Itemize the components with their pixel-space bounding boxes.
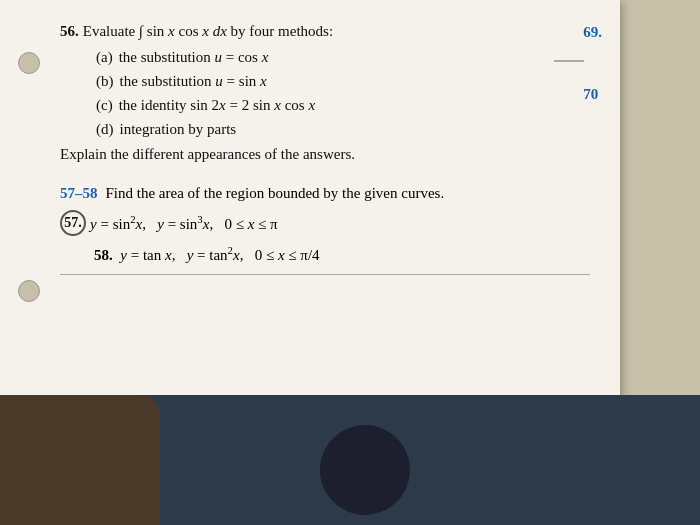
explain-line: Explain the different appearances of the… — [60, 143, 590, 166]
problem-57: 57. y = sin2x, y = sin3x, 0 ≤ x ≤ π — [60, 210, 590, 236]
part-b-label: (b) — [96, 69, 114, 93]
side-number-69: 69. — [583, 20, 602, 44]
side-dash — [554, 60, 584, 62]
problem-56: 56. Evaluate ∫ sin x cos x dx by four me… — [60, 20, 590, 167]
problem-56-prompt: Evaluate ∫ sin x cos x dx by four method… — [83, 20, 333, 43]
problem-57-equation: y = sin2x, y = sin3x, 0 ≤ x ≤ π — [90, 213, 278, 233]
hole-punch-top — [18, 52, 40, 74]
circle-57: 57. — [60, 210, 86, 236]
explain-text: Explain the different appearances of the… — [60, 146, 355, 162]
problem-58-number: 58. — [94, 247, 113, 263]
problem-range: 57–58 — [60, 185, 98, 202]
part-d-text: integration by parts — [120, 117, 237, 141]
part-c-label: (c) — [96, 93, 113, 117]
bottom-left-object — [0, 395, 160, 525]
part-a-label: (a) — [96, 45, 113, 69]
part-c-text: the identity sin 2x = 2 sin x cos x — [119, 93, 315, 117]
part-b-text: the substitution u = sin x — [120, 69, 267, 93]
section-57-58: 57–58 Find the area of the region bounde… — [60, 185, 590, 275]
problem-56-header: 56. Evaluate ∫ sin x cos x dx by four me… — [60, 20, 590, 43]
textbook-page: 69. 70 56. Evaluate ∫ sin x cos x dx by … — [0, 0, 620, 400]
bottom-circle-object — [320, 425, 410, 515]
find-area-prompt: Find the area of the region bounded by t… — [106, 185, 445, 202]
problem-56-number: 56. — [60, 20, 79, 43]
find-area-header: 57–58 Find the area of the region bounde… — [60, 185, 590, 202]
part-a-text: the substitution u = cos x — [119, 45, 269, 69]
part-c: (c) the identity sin 2x = 2 sin x cos x — [96, 93, 590, 117]
problem-56-parts: (a) the substitution u = cos x (b) the s… — [96, 45, 590, 141]
problem-58-equation: y = tan x, y = tan2x, 0 ≤ x ≤ π/4 — [117, 247, 320, 263]
hole-punch-bottom — [18, 280, 40, 302]
part-d-label: (d) — [96, 117, 114, 141]
bottom-background — [0, 395, 700, 525]
part-a: (a) the substitution u = cos x — [96, 45, 590, 69]
problem-58: 58. y = tan x, y = tan2x, 0 ≤ x ≤ π/4 — [94, 244, 590, 264]
part-b: (b) the substitution u = sin x — [96, 69, 590, 93]
side-number-70: 70 — [583, 82, 602, 106]
part-d: (d) integration by parts — [96, 117, 590, 141]
side-problem-numbers: 69. 70 — [583, 20, 602, 106]
bottom-divider — [60, 274, 590, 275]
